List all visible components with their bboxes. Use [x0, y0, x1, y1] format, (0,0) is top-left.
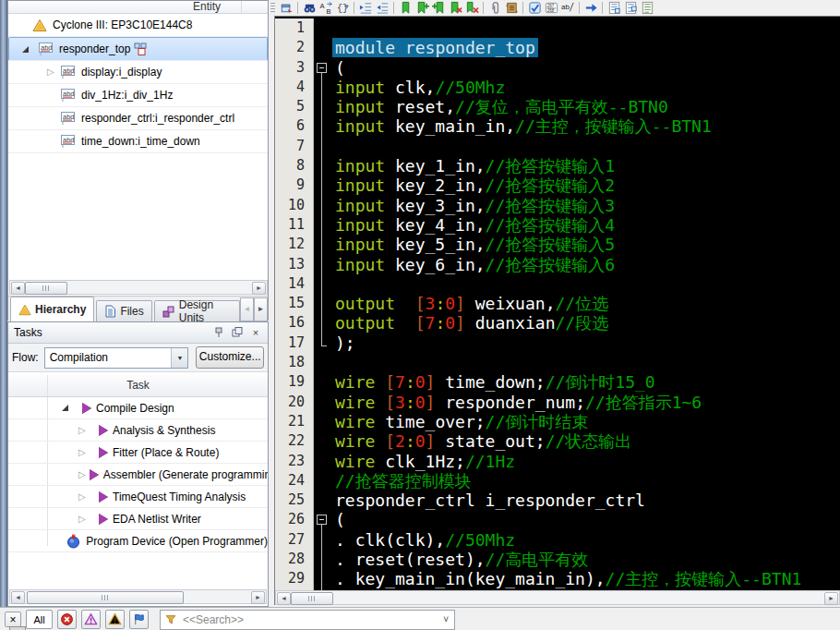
code-area[interactable]: 12module responder_top3(4input clk,//50M… [275, 17, 840, 591]
float-window-icon[interactable] [231, 326, 244, 339]
tab-files[interactable]: Files [96, 300, 151, 321]
expander-closed-icon[interactable]: ▷ [78, 448, 95, 457]
goto-line-icon[interactable] [582, 1, 599, 16]
expander-open-icon[interactable] [22, 46, 29, 53]
increase-indent-icon[interactable] [357, 1, 374, 16]
hierarchy-row-display[interactable]: ▷abddisplay:i_display [8, 61, 268, 84]
code-line-20[interactable]: 20wire [3:0] responder_num;//抢答指示1~6 [275, 393, 840, 412]
code-line-4[interactable]: 4input clk,//50Mhz [275, 78, 840, 97]
line-count-icon[interactable]: 267268 [543, 1, 559, 16]
expander-closed-icon[interactable]: ▷ [47, 67, 60, 77]
clear-all-bookmarks-icon[interactable] [463, 1, 480, 16]
expander-closed-icon[interactable]: ▷ [78, 426, 95, 435]
tab-scroll-right-button[interactable]: ► [254, 297, 268, 321]
hierarchy-row-responder_ctrl[interactable]: abdresponder_ctrl:i_responder_ctrl [8, 107, 268, 130]
code-line-7[interactable]: 7 [275, 137, 840, 156]
code-line-26[interactable]: 26( [275, 510, 840, 529]
filter-errors-button[interactable] [57, 610, 77, 629]
code-line-27[interactable]: 27. clk(clk),//50Mhz [275, 530, 840, 550]
fold-all-icon[interactable] [606, 1, 622, 16]
tab-design-units[interactable]: Design Units [154, 300, 240, 321]
code-line-25[interactable]: 25responder_ctrl i_responder_ctrl [275, 491, 840, 510]
filter-all-button[interactable]: All [26, 610, 53, 629]
tasks-horizontal-scrollbar[interactable]: ◄ ► [9, 589, 267, 604]
code-line-2[interactable]: 2module responder_top [275, 38, 840, 57]
scroll-left-button[interactable]: ◄ [277, 592, 291, 605]
fold-current-icon[interactable] [639, 1, 655, 16]
code-line-12[interactable]: 12input key_5_in,//抢答按键输入5 [275, 235, 840, 254]
task-row-eda-netlist-writer[interactable]: ▷EDA Netlist Writer [8, 508, 268, 530]
hierarchy-row-responder_top[interactable]: abdresponder_top [8, 37, 268, 61]
expander-closed-icon[interactable]: ▷ [78, 492, 95, 502]
code-line-5[interactable]: 5input reset,//复位，高电平有效--BTN0 [275, 97, 840, 116]
code-line-19[interactable]: 19wire [7:0] time_down;//倒计时15_0 [275, 372, 840, 392]
expander-closed-icon[interactable]: ▷ [78, 470, 86, 479]
chevron-down-icon[interactable]: ˅ [443, 614, 449, 624]
task-column-header[interactable]: Task [8, 375, 268, 397]
filter-critical-warnings-button[interactable] [81, 610, 101, 629]
expander-closed-icon[interactable]: ▷ [78, 515, 95, 524]
code-line-22[interactable]: 22wire [2:0] state_out;//状态输出 [275, 431, 840, 451]
code-line-21[interactable]: 21wire time_over;//倒计时结束 [275, 412, 840, 431]
find-icon[interactable] [301, 1, 318, 16]
detach-window-icon[interactable] [278, 1, 294, 16]
code-line-17[interactable]: 17); [275, 333, 840, 353]
hierarchy-row-Cyclone III[interactable]: Cyclone III: EP3C10E144C8 [8, 14, 268, 37]
task-row-analysis-synthesis[interactable]: ▷Analysis & Synthesis [8, 419, 268, 442]
code-line-29[interactable]: 29. key_main_in(key_main_in),//主控，按键输入--… [275, 569, 840, 588]
entity-column-header[interactable]: Entity [8, 1, 268, 14]
toolbar-drag-handle[interactable] [270, 3, 275, 14]
code-line-18[interactable]: 18 [275, 353, 840, 372]
scroll-left-button[interactable]: ◄ [11, 591, 25, 604]
close-messages-button[interactable]: × [5, 612, 21, 627]
expander-open-icon[interactable] [62, 405, 68, 411]
next-bookmark-icon[interactable] [414, 1, 430, 16]
fold-toggle-icon[interactable] [317, 63, 327, 73]
unfold-all-icon[interactable] [622, 1, 639, 16]
match-delimiter-icon[interactable]: {} [334, 1, 351, 16]
scroll-thumb[interactable] [27, 591, 184, 604]
tab-hierarchy[interactable]: Hierarchy [10, 297, 94, 321]
clipped-button[interactable] [9, 626, 26, 630]
dock-splitter[interactable] [0, 0, 7, 630]
task-row-assembler-generate-programming-f[interactable]: ▷Assembler (Generate programming f [8, 464, 268, 486]
code-line-14[interactable]: 14 [275, 274, 840, 294]
syntax-scroll-icon[interactable] [503, 1, 520, 16]
replace-icon[interactable]: AB [318, 1, 334, 16]
task-row-fitter-place-route-[interactable]: ▷Fitter (Place & Route) [8, 442, 268, 464]
tab-scroll-left-button[interactable]: ◄ [240, 297, 254, 321]
clear-bookmark-icon[interactable] [447, 1, 463, 16]
code-line-15[interactable]: 15output [3:0] weixuan,//位选 [275, 294, 840, 313]
navigator-horizontal-scrollbar[interactable]: ◄ ► [9, 280, 268, 295]
toggle-bookmark-icon[interactable] [397, 1, 414, 16]
close-icon[interactable]: × [249, 326, 262, 339]
chevron-down-icon[interactable]: ▼ [171, 348, 187, 368]
code-line-10[interactable]: 10input key_3_in,//抢答按键输入3 [275, 196, 840, 215]
filter-info-button[interactable] [129, 610, 149, 629]
task-row-program-device-open-programmer-[interactable]: Program Device (Open Programmer) [8, 530, 268, 552]
scroll-right-button[interactable]: ► [251, 591, 265, 604]
code-line-11[interactable]: 11input key_4_in,//抢答按键输入4 [275, 215, 840, 235]
insert-template-icon[interactable] [486, 1, 503, 16]
pin-icon[interactable] [212, 326, 225, 339]
code-line-1[interactable]: 1 [275, 18, 840, 38]
fold-toggle-icon[interactable] [317, 515, 327, 525]
task-row-compile-design[interactable]: Compile Design [8, 397, 268, 419]
task-row-timequest-timing-analysis[interactable]: ▷TimeQuest Timing Analysis [8, 486, 268, 508]
hierarchy-row-div_1Hz[interactable]: abddiv_1Hz:i_div_1Hz [8, 84, 268, 107]
analyze-current-file-icon[interactable] [526, 1, 543, 16]
flow-select[interactable]: Compilation ▼ [44, 347, 189, 369]
customize-button[interactable]: Customize... [196, 346, 264, 369]
scroll-right-button[interactable]: ► [252, 282, 266, 295]
hierarchy-row-time_down[interactable]: abdtime_down:i_time_down [8, 130, 268, 153]
scroll-left-button[interactable]: ◄ [11, 282, 25, 295]
scroll-right-button[interactable]: ► [824, 592, 838, 605]
comment-text-icon[interactable]: ab [559, 1, 576, 16]
code-line-9[interactable]: 9input key_2_in,//抢答按键输入2 [275, 176, 840, 195]
filter-warnings-button[interactable] [105, 610, 125, 629]
code-line-13[interactable]: 13input key_6_in,//抢答按键输入6 [275, 255, 840, 274]
code-line-3[interactable]: 3( [275, 58, 840, 78]
editor-horizontal-scrollbar[interactable]: ◄ ► [275, 590, 840, 605]
scroll-thumb[interactable] [25, 282, 67, 295]
code-line-16[interactable]: 16output [7:0] duanxian//段选 [275, 313, 840, 333]
